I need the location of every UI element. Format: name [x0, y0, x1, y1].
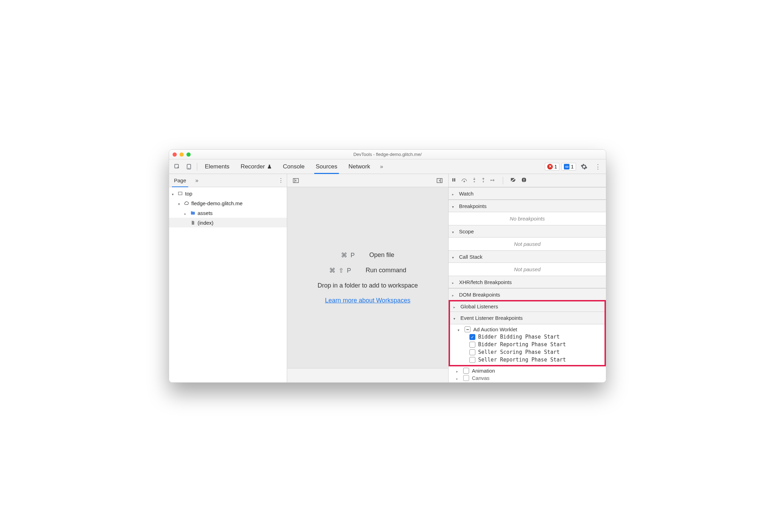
highlighted-region: Global Listeners Event Listener Breakpoi…	[449, 300, 606, 366]
ad-auction-checkbox[interactable]	[465, 326, 470, 332]
svg-point-11	[474, 181, 475, 182]
pause-icon[interactable]	[451, 177, 456, 184]
canvas-category[interactable]: Canvas	[449, 374, 606, 382]
kebab-menu-icon[interactable]: ⋮	[592, 163, 604, 171]
close-window-button[interactable]	[173, 152, 177, 157]
checkbox-canvas[interactable]	[463, 375, 469, 381]
step-out-icon[interactable]	[481, 177, 485, 184]
svg-rect-9	[454, 178, 455, 181]
tab-console[interactable]: Console	[277, 159, 310, 174]
tree-file-index[interactable]: (index)	[169, 218, 287, 227]
flask-icon	[267, 164, 272, 169]
svg-rect-8	[452, 178, 453, 181]
open-file-shortcut: ⌘ P	[341, 251, 355, 259]
frame-icon	[177, 191, 183, 196]
step-icon[interactable]	[490, 177, 496, 184]
svg-rect-3	[178, 192, 182, 195]
devtools-window: DevTools - fledge-demo.glitch.me/ Elemen…	[169, 149, 606, 383]
event-bidder-reporting[interactable]: Bidder Reporting Phase Start	[450, 341, 605, 348]
no-breakpoints-message: No breakpoints	[449, 212, 606, 225]
scope-section[interactable]: Scope	[449, 225, 606, 238]
ad-auction-worklet-category[interactable]: Ad Auction Worklet	[450, 326, 605, 333]
main-tabstrip: Elements Recorder Console Sources Networ…	[169, 159, 606, 174]
inspect-element-icon[interactable]	[171, 159, 183, 174]
tab-elements[interactable]: Elements	[199, 159, 235, 174]
traffic-lights	[173, 152, 191, 157]
event-seller-reporting[interactable]: Seller Reporting Phase Start	[450, 356, 605, 364]
tab-recorder[interactable]: Recorder	[235, 159, 277, 174]
dom-breakpoints-section[interactable]: DOM Breakpoints	[449, 288, 606, 301]
navigator-panel: Page » ⋮ top fledge-demo.glitch.me	[169, 174, 287, 382]
cloud-icon	[184, 200, 189, 206]
gear-icon[interactable]	[578, 163, 590, 170]
editor-panel: ⌘ P Open file ⌘ ⇧ P Run command Drop in …	[287, 174, 448, 382]
step-into-icon[interactable]	[472, 177, 476, 184]
scope-not-paused: Not paused	[449, 238, 606, 250]
event-seller-scoring[interactable]: Seller Scoring Phase Start	[450, 348, 605, 356]
tree-domain[interactable]: fledge-demo.glitch.me	[169, 198, 287, 208]
pause-exceptions-icon[interactable]	[521, 177, 527, 184]
message-icon: ▭	[564, 164, 569, 169]
file-icon	[190, 220, 195, 225]
toggle-debugger-icon[interactable]	[434, 174, 445, 187]
animation-category[interactable]: Animation	[449, 367, 606, 374]
svg-point-13	[490, 180, 491, 181]
tree-folder-assets[interactable]: assets	[169, 208, 287, 218]
window-title: DevTools - fledge-demo.glitch.me/	[169, 152, 606, 157]
more-tabs-icon[interactable]: »	[376, 159, 388, 174]
checkbox-seller-reporting[interactable]	[469, 357, 475, 363]
tab-network[interactable]: Network	[343, 159, 376, 174]
checkbox-bidder-bidding[interactable]	[469, 334, 475, 340]
minimize-window-button[interactable]	[180, 152, 184, 157]
more-page-tabs-icon[interactable]: »	[191, 174, 203, 187]
svg-rect-16	[524, 181, 524, 181]
svg-point-12	[483, 181, 484, 182]
run-command-label: Run command	[366, 267, 406, 274]
xhr-breakpoints-section[interactable]: XHR/fetch Breakpoints	[449, 276, 606, 288]
event-listener-breakpoints-section[interactable]: Event Listener Breakpoints	[450, 312, 605, 324]
run-command-shortcut: ⌘ ⇧ P	[329, 267, 352, 274]
tree-top[interactable]: top	[169, 189, 287, 198]
folder-icon	[190, 210, 195, 216]
checkbox-bidder-reporting[interactable]	[469, 342, 475, 348]
page-menu-icon[interactable]: ⋮	[275, 174, 287, 187]
checkbox-animation[interactable]	[463, 368, 469, 374]
drop-hint: Drop in a folder to add to workspace	[317, 282, 418, 289]
errors-badge[interactable]: ✕ 1	[545, 163, 559, 171]
checkbox-seller-scoring[interactable]	[469, 349, 475, 355]
titlebar: DevTools - fledge-demo.glitch.me/	[169, 150, 606, 159]
breakpoints-section[interactable]: Breakpoints	[449, 200, 606, 212]
global-listeners-section[interactable]: Global Listeners	[450, 301, 605, 312]
device-toolbar-icon[interactable]	[183, 159, 195, 174]
tab-sources[interactable]: Sources	[310, 159, 343, 174]
step-over-icon[interactable]	[461, 177, 467, 184]
debugger-toolbar	[449, 174, 606, 187]
page-tab[interactable]: Page	[169, 174, 191, 187]
debugger-panel: Watch Breakpoints No breakpoints Scope N…	[448, 174, 606, 382]
svg-rect-15	[524, 178, 524, 180]
deactivate-breakpoints-icon[interactable]	[510, 177, 516, 184]
event-bidder-bidding[interactable]: Bidder Bidding Phase Start	[450, 333, 605, 341]
learn-workspaces-link[interactable]: Learn more about Workspaces	[325, 297, 410, 304]
watch-section[interactable]: Watch	[449, 187, 606, 200]
zoom-window-button[interactable]	[186, 152, 191, 157]
open-file-label: Open file	[369, 251, 394, 259]
callstack-not-paused: Not paused	[449, 263, 606, 276]
toggle-navigator-icon[interactable]	[290, 174, 302, 187]
file-tree: top fledge-demo.glitch.me assets (index)	[169, 187, 287, 382]
svg-point-10	[464, 181, 465, 182]
callstack-section[interactable]: Call Stack	[449, 250, 606, 263]
messages-badge[interactable]: ▭ 1	[561, 163, 576, 171]
error-icon: ✕	[547, 164, 553, 169]
